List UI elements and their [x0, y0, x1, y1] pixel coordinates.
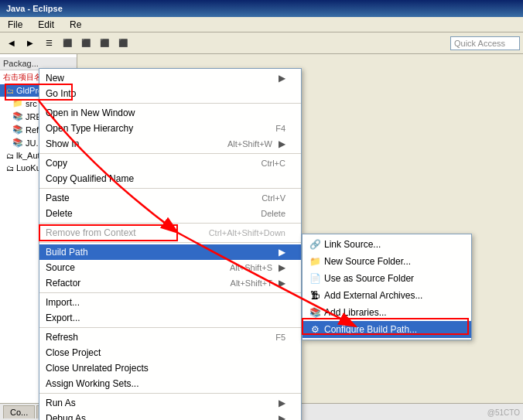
arrow-icon: ▶ — [279, 138, 285, 149]
submenu-item-configure-build-path[interactable]: ⚙ Configure Build Path... — [303, 321, 471, 338]
label: Build Path — [46, 247, 272, 258]
toolbar-btn-5[interactable]: ⬛ — [115, 35, 132, 52]
shortcut: Ctrl+V — [262, 193, 285, 203]
label: Refactor — [46, 278, 215, 289]
label: Export... — [46, 312, 285, 323]
archive-icon: 🗜 — [309, 289, 321, 302]
tab-co-label: Co... — [10, 408, 28, 417]
shortcut: F4 — [275, 124, 285, 133]
menu-file[interactable]: File — [3, 19, 27, 31]
label: Close Project — [46, 347, 285, 358]
menu-item-copy[interactable]: Copy Ctrl+C — [39, 155, 301, 171]
shortcut: Alt+Shift+S — [230, 263, 272, 272]
menu-item-run-as[interactable]: Run As ▶ — [39, 395, 301, 411]
menu-item-new[interactable]: New ▶ — [39, 70, 301, 86]
submenu-item-use-as-source[interactable]: 📄 Use as Source Folder — [303, 270, 471, 287]
label: Copy — [46, 158, 246, 169]
label: Link Source... — [324, 239, 456, 250]
submenu-item-add-ext-archives[interactable]: 🗜 Add External Archives... — [303, 287, 471, 304]
menu-bar: File Edit Re — [0, 17, 523, 32]
menu-item-assign-working[interactable]: Assign Working Sets... — [39, 376, 301, 391]
label: Open in New Window — [46, 108, 285, 118]
label: Debug As — [46, 413, 272, 420]
watermark: @51CTO — [487, 408, 520, 417]
label: Paste — [46, 193, 246, 203]
menu-item-export[interactable]: Export... — [39, 310, 301, 326]
menu-item-refactor[interactable]: Refactor Alt+Shift+T ▶ — [39, 275, 301, 291]
label: Close Unrelated Projects — [46, 363, 285, 374]
menu-item-build-path[interactable]: Build Path ▶ — [39, 244, 301, 260]
arrow-icon: ▶ — [279, 398, 285, 408]
toolbar-back[interactable]: ◀ — [3, 35, 20, 52]
separator-2 — [39, 153, 301, 154]
separator-4 — [39, 223, 301, 224]
submenu-item-link-source[interactable]: 🔗 Link Source... — [303, 236, 471, 253]
menu-item-source[interactable]: Source Alt+Shift+S ▶ — [39, 260, 301, 275]
toolbar-btn-3[interactable]: ⬛ — [77, 35, 94, 52]
menu-item-import[interactable]: Import... — [39, 295, 301, 310]
menu-item-delete[interactable]: Delete Delete — [39, 206, 301, 221]
context-menu-primary: New ▶ Go Into Open in New Window Open Ty… — [39, 68, 302, 420]
label: Open Type Hierarchy — [46, 123, 260, 134]
arrow-icon: ▶ — [279, 413, 285, 420]
configure-icon: ⚙ — [309, 323, 321, 336]
menu-item-open-window[interactable]: Open in New Window — [39, 105, 301, 121]
quick-access-input[interactable]: Quick Access — [450, 36, 520, 50]
menu-item-go-into[interactable]: Go Into — [39, 86, 301, 101]
menu-item-new-label: New — [46, 73, 272, 84]
menu-item-copy-qualified[interactable]: Copy Qualified Name — [39, 171, 301, 186]
menu-item-debug-as[interactable]: Debug As ▶ — [39, 411, 301, 420]
toolbar-forward[interactable]: ▶ — [22, 35, 39, 52]
menu-item-go-into-label: Go Into — [46, 88, 285, 99]
label: Delete — [46, 208, 245, 219]
label: Use as Source Folder — [324, 273, 456, 284]
label: Add External Archives... — [324, 290, 456, 301]
shortcut: Ctrl+C — [262, 159, 285, 168]
separator-1 — [39, 103, 301, 104]
label: Remove from Context — [46, 227, 193, 238]
main-area: Packag... 右击项目名称/ 🗂 GldPrc 📁 src 📚 JRE..… — [0, 54, 523, 403]
submenu-build-path: 🔗 Link Source... 📁 New Source Folder... … — [302, 234, 472, 340]
toolbar-btn-4[interactable]: ⬛ — [96, 35, 113, 52]
menu-item-remove-context: Remove from Context Ctrl+Alt+Shift+Down — [39, 225, 301, 241]
toolbar-btn-2[interactable]: ⬛ — [59, 35, 76, 52]
submenu-item-new-source-folder[interactable]: 📁 New Source Folder... — [303, 253, 471, 270]
toolbar-btn-1[interactable]: ☰ — [40, 35, 57, 52]
label: Source — [46, 262, 214, 273]
link-source-icon: 🔗 — [309, 238, 321, 251]
separator-8 — [39, 393, 301, 394]
menu-item-close-unrelated[interactable]: Close Unrelated Projects — [39, 360, 301, 376]
source-icon: 📄 — [309, 272, 321, 285]
menu-item-open-type-hierarchy[interactable]: Open Type Hierarchy F4 — [39, 121, 301, 136]
separator-7 — [39, 327, 301, 328]
new-folder-icon: 📁 — [309, 255, 321, 268]
label: Show In — [46, 138, 212, 149]
menu-item-show-in[interactable]: Show In Alt+Shift+W ▶ — [39, 136, 301, 152]
shortcut: Alt+Shift+T — [231, 278, 272, 288]
quick-access-label: Quick Access — [454, 39, 505, 48]
separator-6 — [39, 292, 301, 293]
arrow-icon: ▶ — [279, 73, 285, 84]
shortcut: F5 — [275, 333, 285, 342]
library-icon: 📚 — [309, 306, 321, 319]
menu-edit[interactable]: Edit — [33, 19, 59, 31]
window-title: Java - Eclipse — [6, 4, 63, 13]
toolbar: ◀ ▶ ☰ ⬛ ⬛ ⬛ ⬛ Quick Access — [0, 32, 523, 54]
title-bar: Java - Eclipse — [0, 0, 523, 17]
arrow-icon: ▶ — [279, 278, 285, 289]
shortcut: Delete — [261, 209, 285, 218]
tab-co[interactable]: Co... — [3, 405, 35, 418]
menu-re[interactable]: Re — [65, 19, 86, 31]
label: Import... — [46, 297, 285, 308]
menu-item-paste[interactable]: Paste Ctrl+V — [39, 190, 301, 206]
label: Refresh — [46, 332, 260, 343]
label: Add Libraries... — [324, 307, 456, 318]
label: Assign Working Sets... — [46, 378, 285, 389]
menu-item-close-project[interactable]: Close Project — [39, 345, 301, 360]
separator-5 — [39, 242, 301, 243]
eclipse-window: Java - Eclipse File Edit Re ◀ ▶ ☰ ⬛ ⬛ ⬛ … — [0, 0, 523, 420]
submenu-item-add-libraries[interactable]: 📚 Add Libraries... — [303, 304, 471, 321]
separator-3 — [39, 188, 301, 189]
menu-item-refresh[interactable]: Refresh F5 — [39, 330, 301, 345]
label: Configure Build Path... — [324, 324, 456, 335]
